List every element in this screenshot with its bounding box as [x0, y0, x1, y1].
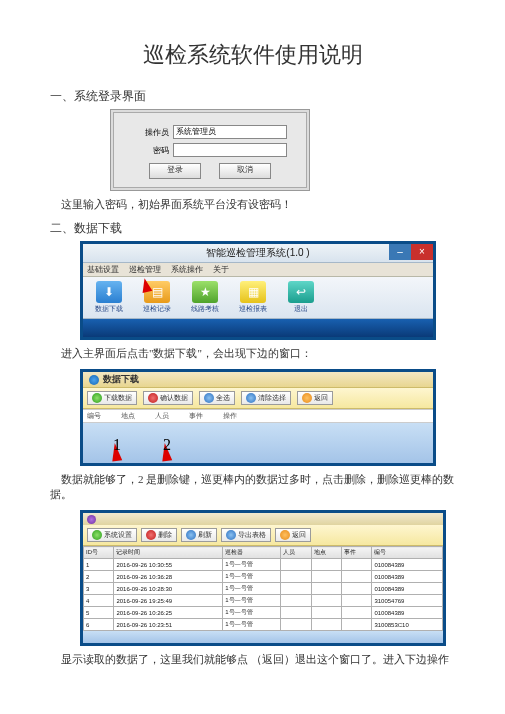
tool-route[interactable]: ★线路考核 — [185, 281, 225, 314]
dl-title: 数据下载 — [83, 372, 433, 387]
col-dev: 巡检器 — [223, 547, 281, 559]
table-row[interactable]: 52016-09-26 10:26:251号—号管010084389 — [84, 607, 443, 619]
cell-code: 010084389 — [372, 571, 443, 583]
table-row[interactable]: 22016-09-26 10:36:281号—号管010084389 — [84, 571, 443, 583]
section-1-heading: 一、系统登录界面 — [50, 88, 455, 105]
minimize-icon[interactable]: – — [389, 244, 411, 260]
annotation-2: 2 — [163, 436, 171, 454]
clear-icon — [246, 393, 256, 403]
table-row[interactable]: 12016-09-26 10:30:551号—号管010084389 — [84, 559, 443, 571]
export-icon — [226, 530, 236, 540]
back-icon — [302, 393, 312, 403]
filter-person: 人员 — [155, 411, 169, 421]
cell-code: 010084389 — [372, 607, 443, 619]
cell-person — [281, 583, 311, 595]
ts-delete-button[interactable]: 删除 — [141, 528, 177, 542]
tool-records[interactable]: ▤巡检记录 — [137, 281, 177, 314]
cell-person — [281, 607, 311, 619]
cell-code: 3100853C10 — [372, 619, 443, 631]
cell-code: 010084389 — [372, 583, 443, 595]
tool-download[interactable]: ⬇数据下载 — [89, 281, 129, 314]
cell-id: 6 — [84, 619, 114, 631]
menu-system[interactable]: 系统操作 — [171, 264, 203, 275]
menu-patrol[interactable]: 巡检管理 — [129, 264, 161, 275]
col-place: 地点 — [311, 547, 341, 559]
cell-dev: 1号—号管 — [223, 571, 281, 583]
pass-label: 密码 — [133, 145, 169, 156]
cell-event — [341, 559, 371, 571]
report-icon: ▦ — [240, 281, 266, 303]
table-header-row: ID号 记录时间 巡检器 人员 地点 事件 编号 — [84, 547, 443, 559]
dl-back-button[interactable]: 返回 — [297, 391, 333, 405]
cell-id: 2 — [84, 571, 114, 583]
table-note: 显示读取的数据了，这里我们就能够点 （返回）退出这个窗口了。进入下边操作 — [50, 652, 455, 667]
window-titlebar: 智能巡检管理系统(1.0 ) – × — [83, 244, 433, 263]
dl-download-button[interactable]: 下载数据 — [87, 391, 137, 405]
cell-dev: 1号—号管 — [223, 583, 281, 595]
login-button[interactable]: 登录 — [149, 163, 201, 179]
cell-dev: 1号—号管 — [223, 559, 281, 571]
dl-selectall-button[interactable]: 全选 — [199, 391, 235, 405]
tool-exit[interactable]: ↩退出 — [281, 281, 321, 314]
delete-icon — [146, 530, 156, 540]
menu-basic[interactable]: 基础设置 — [87, 264, 119, 275]
dl-delete-button[interactable]: 确认数据 — [143, 391, 193, 405]
cell-id: 4 — [84, 595, 114, 607]
cell-place — [311, 559, 341, 571]
filter-place: 地点 — [121, 411, 135, 421]
refresh-icon — [186, 530, 196, 540]
cell-dev: 1号—号管 — [223, 619, 281, 631]
cell-time: 2016-09-26 10:26:25 — [114, 607, 223, 619]
user-label: 操作员 — [133, 127, 169, 138]
dl-toolbar: 下载数据 确认数据 全选 清除选择 返回 — [83, 387, 433, 409]
cell-code: 010084389 — [372, 559, 443, 571]
cell-place — [311, 607, 341, 619]
close-icon[interactable]: × — [411, 244, 433, 260]
cancel-button[interactable]: 取消 — [219, 163, 271, 179]
ts-back-button[interactable]: 返回 — [275, 528, 311, 542]
cell-time: 2016-09-26 10:36:28 — [114, 571, 223, 583]
col-id: ID号 — [84, 547, 114, 559]
cell-dev: 1号—号管 — [223, 607, 281, 619]
ts-refresh-button[interactable]: 刷新 — [181, 528, 217, 542]
pass-field[interactable] — [173, 143, 287, 157]
cell-event — [341, 595, 371, 607]
selectall-icon — [204, 393, 214, 403]
annotation-1: 1 — [113, 436, 121, 454]
col-time: 记录时间 — [114, 547, 223, 559]
cell-time: 2016-09-26 19:25:49 — [114, 595, 223, 607]
col-person: 人员 — [281, 547, 311, 559]
ts-export-button[interactable]: 导出表格 — [221, 528, 271, 542]
tool-report[interactable]: ▦巡检报表 — [233, 281, 273, 314]
user-field[interactable]: 系统管理员 — [173, 125, 287, 139]
cell-id: 3 — [84, 583, 114, 595]
filter-id: 编号 — [87, 411, 101, 421]
login-note: 这里输入密码，初始界面系统平台没有设密码！ — [50, 197, 455, 212]
cell-code: 310054769 — [372, 595, 443, 607]
cell-id: 5 — [84, 607, 114, 619]
cell-person — [281, 571, 311, 583]
table-row[interactable]: 62016-09-26 10:23:511号—号管3100853C10 — [84, 619, 443, 631]
route-icon: ★ — [192, 281, 218, 303]
cell-event — [341, 583, 371, 595]
ts-settings-button[interactable]: 系统设置 — [87, 528, 137, 542]
table-row[interactable]: 42016-09-26 19:25:491号—号管310054769 — [84, 595, 443, 607]
filter-event: 事件 — [189, 411, 203, 421]
dl-clear-button[interactable]: 清除选择 — [241, 391, 291, 405]
cell-person — [281, 619, 311, 631]
menu-about[interactable]: 关于 — [213, 264, 229, 275]
main-note: 进入主界面后点击"数据下载"，会出现下边的窗口： — [50, 346, 455, 361]
ts-toolbar: 系统设置 删除 刷新 导出表格 返回 — [83, 525, 443, 546]
cell-place — [311, 583, 341, 595]
cell-event — [341, 619, 371, 631]
records-icon: ▤ — [144, 281, 170, 303]
download-dialog-screenshot: 数据下载 下载数据 确认数据 全选 清除选择 返回 编号 地点 人员 事件 操作… — [80, 369, 436, 466]
cell-event — [341, 607, 371, 619]
col-event: 事件 — [341, 547, 371, 559]
back-icon — [280, 530, 290, 540]
cell-time: 2016-09-26 10:28:30 — [114, 583, 223, 595]
table-row[interactable]: 32016-09-26 10:28:301号—号管010084389 — [84, 583, 443, 595]
cell-dev: 1号—号管 — [223, 595, 281, 607]
cell-time: 2016-09-26 10:23:51 — [114, 619, 223, 631]
menu-bar: 基础设置 巡检管理 系统操作 关于 — [83, 263, 433, 277]
